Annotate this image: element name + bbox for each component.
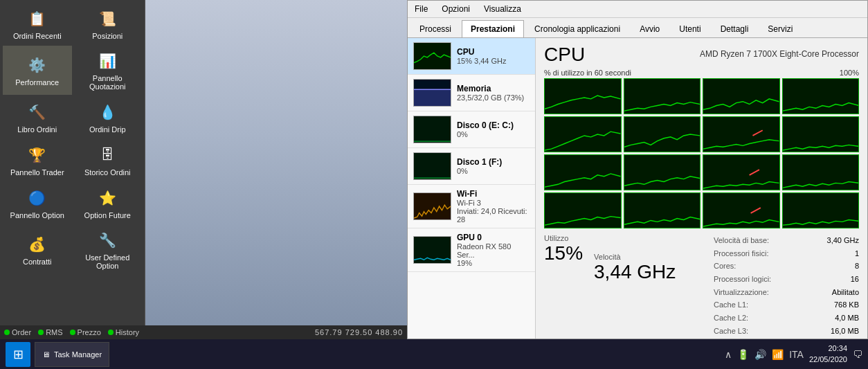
sidebar-item-ordini-drip[interactable]: 💧 Ordini Drip: [73, 96, 143, 138]
sidebar-item-performance[interactable]: ⚙️ Performance: [3, 46, 72, 95]
battery-icon: 🔋: [737, 349, 749, 360]
taskbar-app-icon: 🖥: [42, 350, 50, 359]
cpu-graph-12: [544, 192, 622, 228]
resource-item-gpu0[interactable]: GPU 0 Radeon RX 580 Ser... 19%: [408, 228, 535, 272]
detail-title: CPU: [544, 44, 585, 66]
volume-icon[interactable]: 🔊: [754, 349, 766, 360]
cpu-graph-7: [782, 116, 860, 152]
libro-ordini-icon: 🔨: [26, 101, 48, 123]
cpu-graph-8: [544, 154, 622, 190]
mem-name: Memoria: [457, 84, 530, 93]
history-dot: [108, 330, 114, 335]
sidebar: 📋 Ordini Recenti 📜 Posizioni ⚙️ Performa…: [0, 0, 145, 339]
menu-file[interactable]: File: [412, 3, 431, 15]
sidebar-item-pannello-option[interactable]: 🔵 Pannello Option: [3, 182, 72, 224]
ordini-drip-icon: 💧: [96, 101, 118, 123]
resource-item-disco1[interactable]: Disco 1 (F:) 0%: [408, 148, 535, 185]
start-button[interactable]: ⊞: [6, 342, 30, 367]
svg-line-2: [750, 170, 759, 175]
velocita-section: Velocità 3,44 GHz: [594, 253, 676, 283]
wifi-systray-icon[interactable]: 📶: [772, 349, 784, 360]
cpu-detail: 15% 3,44 GHz: [457, 57, 530, 65]
gpu0-info: GPU 0 Radeon RX 580 Ser... 19%: [457, 233, 530, 267]
cpu-thumb: [413, 42, 451, 70]
tab-utenti[interactable]: Utenti: [670, 20, 709, 37]
pannello-quotazioni-icon: 📊: [96, 50, 118, 72]
storico-ordini-icon: 🗄: [96, 144, 118, 166]
svg-rect-0: [414, 89, 451, 106]
menu-visualizza[interactable]: Visualizza: [481, 3, 524, 15]
graph-label-left: % di utilizzo in 60 secondi: [544, 69, 631, 77]
clock[interactable]: 20:34 22/05/2020: [809, 343, 847, 365]
sidebar-grid: 📋 Ordini Recenti 📜 Posizioni ⚙️ Performa…: [0, 0, 145, 277]
sidebar-item-posizioni[interactable]: 📜 Posizioni: [73, 3, 143, 44]
sidebar-item-label: Option Future: [84, 211, 131, 219]
sidebar-item-pannello-trader[interactable]: 🏆 Pannello Trader: [3, 139, 72, 181]
cpu-graph-10: [703, 154, 780, 190]
cache-l2-label: Cache L2:: [714, 312, 748, 325]
taskbar: ⊞ 🖥 Task Manager ∧ 🔋 🔊 📶 ITA 20:34 22/05…: [0, 339, 868, 369]
graph-label-right: 100%: [840, 69, 859, 77]
taskbar-app[interactable]: 🖥 Task Manager: [35, 342, 109, 367]
cache-l3-row: Cache L3: 16,0 MB: [714, 325, 859, 338]
sidebar-item-label: User Defined Option: [76, 253, 140, 270]
chevron-icon[interactable]: ∧: [725, 349, 732, 360]
processori-fisici-value: 1: [855, 247, 859, 260]
user-defined-icon: 🔧: [96, 229, 118, 251]
resource-item-memoria[interactable]: Memoria 23,5/32,0 GB (73%): [408, 75, 535, 111]
lang-indicator[interactable]: ITA: [789, 349, 804, 360]
sidebar-item-storico-ordini[interactable]: 🗄 Storico Ordini: [73, 139, 143, 181]
sidebar-item-libro-ordini[interactable]: 🔨 Libro Ordini: [3, 96, 72, 138]
tab-processi[interactable]: Processi: [410, 20, 460, 37]
cpu-graph-13: [624, 192, 701, 228]
mem-info: Memoria 23,5/32,0 GB (73%): [457, 84, 530, 102]
cores-row: Cores: 8: [714, 260, 859, 273]
stats-section: Utilizzo 15% Velocità 3,44 GHz Velocità …: [544, 234, 859, 338]
sidebar-item-label: Posizioni: [92, 32, 123, 40]
resource-item-wifi[interactable]: Wi-Fi Wi-Fi 3 Inviati: 24,0 Ricevuti: 28: [408, 185, 535, 228]
resource-item-disco0[interactable]: Disco 0 (E: C:) 0%: [408, 111, 535, 148]
sidebar-item-ordini-recenti[interactable]: 📋 Ordini Recenti: [3, 3, 72, 44]
rms-dot: [38, 330, 44, 335]
notification-icon[interactable]: 🗨: [853, 349, 862, 360]
virtualizzazione-label: Virtualizzazione:: [714, 286, 769, 299]
svg-line-1: [752, 130, 762, 136]
utilizzo-section: Utilizzo 15% Velocità 3,44 GHz: [544, 234, 705, 338]
cpu-graph-9: [624, 154, 701, 190]
tab-prestazioni[interactable]: Prestazioni: [462, 20, 524, 37]
pannello-trader-icon: 🏆: [26, 144, 48, 166]
menu-opzioni[interactable]: Opzioni: [439, 3, 473, 15]
sidebar-item-pannello-quotazioni[interactable]: 📊 Pannello Quotazioni: [73, 46, 143, 95]
performance-icon: ⚙️: [26, 54, 48, 76]
resource-item-cpu[interactable]: CPU 15% 3,44 GHz: [408, 38, 535, 75]
rms-label: RMS: [46, 328, 62, 336]
posizioni-icon: 📜: [96, 8, 118, 30]
history-label: History: [116, 328, 139, 336]
prezzo-dot: [70, 330, 75, 335]
cpu-name: CPU: [457, 47, 530, 57]
sidebar-item-contratti[interactable]: 💰 Contratti: [3, 225, 72, 274]
velocita-base-row: Velocità di base: 3,40 GHz: [714, 234, 859, 247]
contratti-icon: 💰: [26, 233, 48, 255]
tab-avvio[interactable]: Avvio: [631, 20, 669, 37]
velocita-label: Velocità: [594, 253, 676, 261]
order-indicator: Order: [4, 328, 31, 336]
sidebar-item-user-defined[interactable]: 🔧 User Defined Option: [73, 225, 143, 274]
cpu-graph-2: [703, 78, 780, 114]
tab-servizi[interactable]: Servizi: [759, 20, 802, 37]
status-bar: Order RMS Prezzo History 567.79 729.50 4…: [0, 325, 407, 339]
cache-l3-value: 16,0 MB: [831, 325, 859, 338]
prezzo-label: Prezzo: [78, 328, 101, 336]
gpu0-name: GPU 0: [457, 233, 530, 242]
order-label: Order: [12, 328, 31, 336]
processori-logici-row: Processori logici: 16: [714, 273, 859, 286]
sidebar-item-option-future[interactable]: ⭐ Option Future: [73, 182, 143, 224]
clock-time: 20:34: [809, 343, 847, 354]
tab-cronologia[interactable]: Cronologia applicazioni: [525, 20, 629, 37]
tab-dettagli[interactable]: Dettagli: [712, 20, 758, 37]
cpu-graph-5: [624, 116, 701, 152]
disk1-thumb: [413, 152, 451, 180]
cpu-graph-4: [544, 116, 622, 152]
option-future-icon: ⭐: [96, 187, 118, 209]
sidebar-item-label: Libro Ordini: [17, 125, 57, 134]
